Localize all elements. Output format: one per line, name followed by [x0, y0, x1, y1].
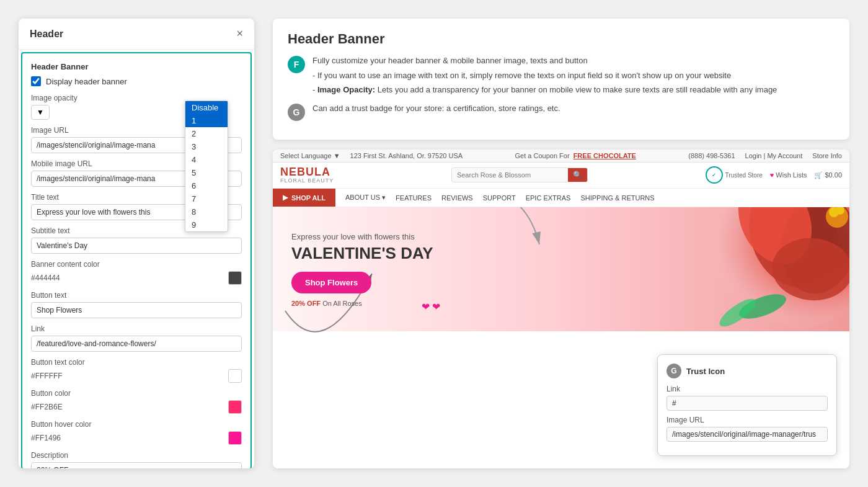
menu-item-shipping[interactable]: SHIPPING & RETURNS [580, 189, 654, 207]
trust-link-input[interactable] [666, 396, 828, 411]
menu-item-support[interactable]: SUPPORT [483, 189, 516, 207]
coupon-text: Get a Coupon For [515, 152, 570, 159]
display-header-checkbox[interactable] [31, 76, 41, 86]
link-group: Link [31, 324, 242, 352]
opacity-option-disable[interactable]: Disable [185, 101, 228, 114]
badge-f: F [288, 56, 305, 73]
banner-title: VALENTINE'S DAY [291, 244, 433, 263]
wish-list-btn[interactable]: ♥ Wish Lists [770, 171, 807, 179]
info-row-g: G Can add a trust badge for your store: … [288, 102, 835, 121]
trust-popup-header: G Trust Icon [666, 364, 828, 378]
opacity-option-8[interactable]: 8 [185, 205, 228, 218]
button-color-label: Button color [31, 389, 242, 398]
opacity-option-6[interactable]: 6 [185, 179, 228, 192]
description1-input[interactable] [31, 462, 242, 468]
logo-tagline: FLORAL BEAUTY [280, 178, 334, 184]
opacity-option-3[interactable]: 3 [185, 140, 228, 153]
trust-popup: G Trust Icon Link Image URL [657, 354, 837, 456]
opacity-option-2[interactable]: 2 [185, 127, 228, 140]
store-info-link[interactable]: Store Info [812, 152, 842, 159]
left-panel: Header × Header Banner Display header ba… [19, 19, 254, 468]
menu-items: ABOUT US ▾ FEATURES REVIEWS SUPPORT EPIC… [335, 189, 665, 207]
link-input[interactable] [31, 336, 242, 352]
link-label: Link [31, 324, 242, 333]
arrow-svg [477, 207, 552, 257]
banner-discount: 20% OFF On All Roses [291, 300, 433, 307]
button-text-group: Button text [31, 291, 242, 318]
shop-all-label: SHOP ALL [291, 194, 326, 202]
discount-percent: 20% OFF [291, 300, 321, 307]
phone: (888) 498-5361 [688, 152, 735, 159]
display-header-label: Display header banner [46, 77, 127, 86]
info-text-f1: Fully customize your header banner & mob… [312, 55, 777, 67]
banner-content-color-value: #444444 [31, 274, 60, 282]
banner-shop-button[interactable]: Shop Flowers [291, 272, 371, 293]
trust-image-url-group: Image URL [666, 416, 828, 442]
trusted-badge: ✓ Trusted Store [706, 166, 763, 184]
login-link[interactable]: Login | My Account [745, 152, 803, 159]
rose-decoration [614, 207, 849, 331]
badge-g: G [288, 104, 305, 121]
trust-popup-title: Trust Icon [686, 367, 725, 376]
opacity-option-9[interactable]: 9 [185, 218, 228, 231]
menu-item-features[interactable]: FEATURES [396, 189, 432, 207]
trust-link-group: Link [666, 385, 828, 411]
preview-nav: NEBULA FLORAL BEAUTY 🔍 ✓ Trusted Store ♥… [273, 163, 849, 189]
cart-btn[interactable]: 🛒 $0.00 [814, 171, 842, 179]
right-section: Header Banner F Fully customize your hea… [273, 19, 849, 468]
coupon-link[interactable]: FREE CHOCOLATE [574, 152, 636, 159]
button-text-color-label: Button text color [31, 358, 242, 367]
info-title: Header Banner [288, 31, 835, 47]
discount-suffix: On All Roses [322, 300, 362, 307]
close-button[interactable]: × [236, 27, 243, 40]
button-color-row: #FF2B6E [31, 400, 242, 414]
topbar-center: Get a Coupon For FREE CHOCOLATE [515, 152, 636, 159]
button-text-color-group: Button text color #FFFFFF [31, 358, 242, 383]
panel-content: Header Banner Display header banner Imag… [21, 52, 252, 468]
opacity-dropdown[interactable]: Disable 1 2 3 4 5 6 7 8 9 [185, 101, 228, 232]
opacity-option-5[interactable]: 5 [185, 166, 228, 179]
opacity-option-1[interactable]: 1 [185, 114, 228, 127]
button-hover-color-value: #FF1496 [31, 434, 61, 442]
menu-item-reviews[interactable]: REVIEWS [441, 189, 473, 207]
trust-image-url-input[interactable] [666, 427, 828, 442]
image-opacity-dropdown-btn[interactable]: ▼ [31, 105, 50, 120]
banner-content: Express your love with flowers this VALE… [273, 220, 452, 319]
button-color-swatch[interactable] [228, 400, 242, 414]
panel-header: Header × [19, 19, 254, 50]
menu-item-about[interactable]: ABOUT US ▾ [345, 189, 386, 207]
search-input[interactable] [452, 169, 568, 181]
menu-item-epic[interactable]: EPIC EXTRAS [526, 189, 571, 207]
wish-list-label: Wish Lists [776, 171, 807, 179]
topbar-left: Select Language ▼ 123 First St. Ashland,… [280, 152, 463, 159]
subtitle-text-input[interactable] [31, 238, 242, 254]
panel-title: Header [30, 29, 63, 40]
select-language[interactable]: Select Language ▼ [280, 152, 340, 159]
banner-content-color-swatch[interactable] [228, 271, 242, 285]
info-panel: Header Banner F Fully customize your hea… [273, 19, 849, 140]
info-text-f2: - If you want to use an image with text … [312, 69, 777, 82]
button-hover-color-swatch[interactable] [228, 431, 242, 445]
description1-label: Description [31, 451, 242, 460]
image-opacity-suffix: Lets you add a transparency for your ban… [378, 85, 777, 94]
shop-all-button[interactable]: ▶ SHOP ALL [273, 189, 335, 207]
preview-menu: ▶ SHOP ALL ABOUT US ▾ FEATURES REVIEWS S… [273, 189, 849, 207]
button-color-group: Button color #FF2B6E [31, 389, 242, 414]
heart-icon: ♥ [770, 171, 774, 179]
search-button[interactable]: 🔍 [568, 168, 587, 182]
cart-total: $0.00 [825, 171, 842, 179]
banner-content-color-group: Banner content color #444444 [31, 260, 242, 285]
button-text-color-row: #FFFFFF [31, 369, 242, 383]
button-text-input[interactable] [31, 302, 242, 318]
info-text-f: Fully customize your header banner & mob… [312, 55, 777, 96]
banner-content-color-label: Banner content color [31, 260, 242, 269]
address: 123 First St. Ashland, Or. 97520 USA [350, 152, 463, 159]
display-header-row: Display header banner [31, 76, 242, 86]
preview-topbar: Select Language ▼ 123 First St. Ashland,… [273, 150, 849, 163]
banner-content-color-row: #444444 [31, 271, 242, 285]
trust-image-url-label: Image URL [666, 416, 828, 424]
opacity-option-4[interactable]: 4 [185, 153, 228, 166]
cart-icon: 🛒 [814, 171, 823, 179]
opacity-option-7[interactable]: 7 [185, 192, 228, 205]
button-text-color-swatch[interactable] [228, 369, 242, 383]
